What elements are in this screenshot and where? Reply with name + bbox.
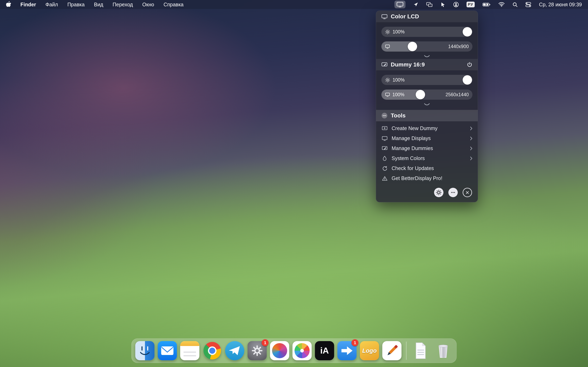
- power-toggle-icon[interactable]: [467, 62, 472, 67]
- notes-header-strip: [180, 341, 199, 346]
- menu-view[interactable]: Вид: [94, 2, 103, 8]
- display-section-dummy[interactable]: Dummy 16:9: [376, 59, 478, 70]
- tools-menu: Create New Dummy Manage Displays Manage …: [376, 121, 478, 183]
- dock-item-system-settings[interactable]: 1: [248, 341, 267, 360]
- refresh-icon: [381, 166, 388, 171]
- menu-bar-clock[interactable]: Ср, 28 июня 09:39: [539, 2, 582, 8]
- menu-go[interactable]: Переход: [113, 2, 133, 8]
- menu-bar-status: РУ Ср, 28 июня 09:39: [394, 1, 582, 8]
- menu-bar: Finder Файл Правка Вид Переход Окно Спра…: [0, 0, 588, 9]
- trash-basket-icon: [434, 341, 453, 360]
- notes-lines: [183, 352, 196, 352]
- display-section-color-lcd[interactable]: Color LCD: [376, 11, 478, 22]
- chevron-right-icon: [470, 146, 472, 150]
- resolution-value: 1440x900: [448, 44, 469, 49]
- menu-item-label: Manage Displays: [392, 135, 431, 141]
- dock-item-color-wheel-app[interactable]: [270, 341, 289, 360]
- spotlight-search-icon[interactable]: [512, 2, 518, 7]
- resolution-slider-color-lcd[interactable]: 1440x900: [381, 42, 472, 52]
- gear-icon: [251, 345, 263, 357]
- dock-item-pen-app[interactable]: [382, 341, 402, 360]
- screen-mirroring-icon[interactable]: [426, 2, 432, 7]
- brightness-slider-color-lcd[interactable]: 100%: [381, 27, 472, 37]
- menu-help[interactable]: Справка: [164, 2, 183, 8]
- resolution-icon: [385, 92, 390, 97]
- tools-section-header[interactable]: Tools: [376, 110, 478, 121]
- dock-item-finder[interactable]: [135, 341, 155, 360]
- cursor-icon[interactable]: [440, 2, 445, 7]
- paint-drop-icon: [381, 156, 388, 161]
- brightness-slider-dummy[interactable]: 100%: [381, 75, 472, 85]
- settings-button[interactable]: [434, 188, 443, 197]
- dock-item-logoist[interactable]: Logo: [360, 341, 379, 360]
- pen-icon: [382, 341, 402, 360]
- chevron-right-icon: [470, 136, 472, 141]
- menu-item-check-for-updates[interactable]: Check for Updates: [376, 163, 478, 173]
- menu-item-system-colors[interactable]: System Colors: [376, 153, 478, 163]
- dock-item-document[interactable]: [411, 341, 430, 360]
- menu-item-manage-displays[interactable]: Manage Displays: [376, 133, 478, 143]
- display-name: Color LCD: [391, 13, 419, 20]
- close-button[interactable]: ×: [463, 188, 472, 197]
- dock-item-ia-writer[interactable]: iA: [315, 341, 334, 360]
- display-name: Dummy 16:9: [391, 61, 425, 68]
- dock-item-notes[interactable]: [180, 341, 199, 360]
- dock-divider: [406, 342, 407, 360]
- notification-badge: 1: [352, 339, 359, 346]
- location-arrow-icon[interactable]: [413, 2, 419, 7]
- dock-item-telegram[interactable]: [225, 341, 244, 360]
- chevron-right-icon: [470, 126, 472, 131]
- dock-item-chrome[interactable]: [203, 341, 222, 360]
- panel-footer: ×: [376, 183, 478, 199]
- more-options-button[interactable]: [448, 188, 458, 197]
- color-wheel-icon: [272, 343, 287, 358]
- slider-knob[interactable]: [463, 27, 472, 36]
- dock-item-mail[interactable]: [158, 341, 177, 360]
- dock-item-trash[interactable]: [434, 341, 453, 360]
- display-icon: [381, 14, 388, 19]
- input-source-indicator[interactable]: РУ: [467, 2, 475, 7]
- menu-item-manage-dummies[interactable]: Manage Dummies: [376, 143, 478, 153]
- document-icon: [411, 341, 430, 360]
- betterdisplay-panel: Color LCD 100% 1440x900 Dummy 16:9 100%: [376, 11, 478, 202]
- menu-item-label: Create New Dummy: [392, 125, 438, 131]
- apple-menu[interactable]: [6, 1, 11, 8]
- display-plus-icon: [381, 126, 388, 131]
- envelope-icon: [158, 341, 177, 360]
- menu-item-label: Check for Updates: [392, 165, 434, 171]
- slider-knob[interactable]: [408, 42, 417, 51]
- display-edit-icon: [381, 62, 388, 67]
- brightness-icon: [385, 77, 390, 83]
- menu-item-label: System Colors: [392, 155, 425, 161]
- menu-item-create-new-dummy[interactable]: Create New Dummy: [376, 123, 478, 133]
- dock-item-photos[interactable]: [293, 341, 312, 360]
- user-account-icon[interactable]: [453, 2, 459, 7]
- brightness-value: 100%: [393, 77, 405, 83]
- battery-charging-icon[interactable]: [483, 2, 491, 7]
- expand-chevron-dummy[interactable]: [376, 100, 478, 107]
- scale-value: 100%: [392, 92, 405, 98]
- desktop-wallpaper: [0, 0, 588, 367]
- slider-knob[interactable]: [463, 75, 472, 85]
- slider-knob[interactable]: [416, 90, 425, 99]
- chevron-right-icon: [470, 156, 472, 160]
- menu-item-label: Manage Dummies: [392, 145, 433, 151]
- warning-triangle-icon: [381, 176, 388, 181]
- notification-badge: 1: [262, 339, 269, 346]
- ia-writer-logo: iA: [320, 346, 329, 356]
- betterdisplay-menu-icon[interactable]: [394, 1, 406, 8]
- menu-file[interactable]: Файл: [45, 2, 58, 8]
- menu-edit[interactable]: Правка: [67, 2, 85, 8]
- control-center-icon[interactable]: [525, 2, 531, 8]
- display-edit-icon: [381, 146, 388, 151]
- app-menu-title[interactable]: Finder: [20, 2, 36, 8]
- resolution-slider-dummy[interactable]: 100% 2560x1440: [381, 90, 472, 100]
- menu-bar-left: Finder Файл Правка Вид Переход Окно Спра…: [6, 1, 183, 8]
- dock-item-share-app[interactable]: 1: [337, 341, 357, 360]
- menu-window[interactable]: Окно: [142, 2, 154, 8]
- photos-flower-icon: [295, 343, 310, 358]
- chrome-logo-icon: [204, 342, 221, 359]
- menu-item-get-betterdisplay-pro[interactable]: Get BetterDisplay Pro!: [376, 173, 478, 183]
- expand-chevron-color-lcd[interactable]: [376, 52, 478, 59]
- wifi-icon[interactable]: [498, 2, 505, 7]
